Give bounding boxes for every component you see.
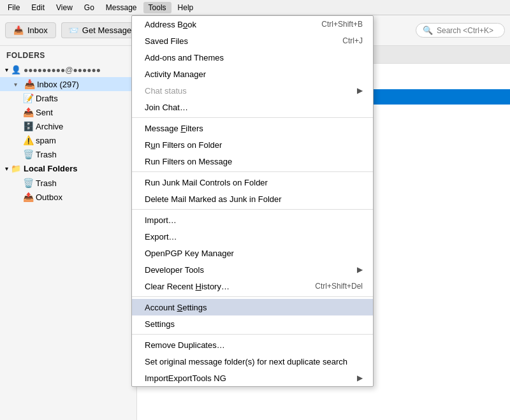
trash-folder[interactable]: 🗑️ Trash [0,147,136,161]
menu-delete-junk[interactable]: Delete Mail Marked as Junk in Folder [132,191,373,207]
account-icon: 👤 [11,65,21,75]
get-messages-button[interactable]: 📨 Get Messages [61,22,142,38]
sep-2 [132,171,373,172]
menu-account-settings[interactable]: Account Settings [132,299,373,315]
search-input[interactable] [437,26,500,35]
get-messages-icon: 📨 [68,25,78,35]
inbox-icon: 📥 [13,25,24,35]
menu-saved-files[interactable]: Saved Files Ctrl+J [132,33,373,49]
menubar: File Edit View Go Message Tools Help [0,0,510,15]
trash-icon: 🗑️ [23,149,33,159]
menu-import[interactable]: Import… [132,212,373,228]
menu-openpgp[interactable]: OpenPGP Key Manager [132,245,373,261]
menu-message[interactable]: Message [101,2,142,13]
local-folders-icon: 📁 [11,164,21,173]
drafts-icon: 📝 [23,93,33,103]
expand-icon: ▾ [5,66,8,73]
archive-icon: 🗄️ [23,121,33,131]
spam-label: spam [36,136,131,145]
archive-label: Archive [36,122,131,131]
tools-menu: Address Book Ctrl+Shift+B Saved Files Ct… [131,15,374,387]
menu-join-chat[interactable]: Join Chat… [132,99,373,115]
menu-message-filters[interactable]: Message Filters [132,120,373,136]
menu-view[interactable]: View [51,2,78,13]
sidebar: Folders ▾ 👤 ●●●●●●●●●@●●●●●● ▾ 📥 Inbox (… [0,46,137,420]
local-expand-icon: ▾ [5,165,8,172]
spam-folder[interactable]: ⚠️ spam [0,133,136,147]
menu-run-filters-message[interactable]: Run Filters on Message [132,153,373,170]
trash-label: Trash [36,150,131,159]
local-folders-row[interactable]: ▾ 📁 Local Folders [0,161,136,176]
inbox-button[interactable]: 📥 Inbox [5,22,56,38]
spam-icon: ⚠️ [23,135,33,145]
search-icon: 🔍 [423,25,433,35]
drafts-folder[interactable]: 📝 Drafts [0,91,136,105]
sent-folder[interactable]: 📤 Sent [0,105,136,119]
outbox-label: Outbox [36,192,131,202]
local-trash-folder[interactable]: 🗑️ Trash [0,176,136,190]
outbox-icon: 📤 [23,192,33,202]
inbox-expand: ▾ [14,81,22,88]
sep-3 [132,209,373,210]
menu-developer-tools[interactable]: Developer Tools ▶ [132,261,373,278]
menu-clear-history[interactable]: Clear Recent History… Ctrl+Shift+Del [132,278,373,294]
search-box: 🔍 [416,23,505,38]
get-messages-label: Get Messages [82,25,136,35]
account-row[interactable]: ▾ 👤 ●●●●●●●●●@●●●●●● [0,62,136,77]
menu-go[interactable]: Go [79,2,99,13]
menu-addons[interactable]: Add-ons and Themes [132,49,373,66]
menu-help[interactable]: Help [173,2,199,13]
menu-edit[interactable]: Edit [26,2,50,13]
menu-import-export-tools[interactable]: ImportExportTools NG ▶ [132,370,373,386]
menu-address-book[interactable]: Address Book Ctrl+Shift+B [132,16,373,33]
menu-tools[interactable]: Tools [143,2,171,13]
inbox-folder[interactable]: ▾ 📥 Inbox (297) [0,77,136,91]
inbox-label: Inbox [27,25,48,35]
menu-activity-manager[interactable]: Activity Manager [132,66,373,82]
sep-1 [132,117,373,118]
inbox-folder-icon: 📥 [24,79,34,89]
folders-header: Folders [0,46,136,62]
archive-folder[interactable]: 🗄️ Archive [0,119,136,133]
menu-run-junk[interactable]: Run Junk Mail Controls on Folder [132,174,373,191]
menu-set-original[interactable]: Set original message folder(s) for next … [132,353,373,370]
menu-file[interactable]: File [3,2,25,13]
sent-label: Sent [36,108,131,117]
menu-export[interactable]: Export… [132,228,373,245]
account-name: ●●●●●●●●●@●●●●●● [24,66,101,75]
menu-remove-duplicates[interactable]: Remove Duplicates… [132,337,373,353]
outbox-folder[interactable]: 📤 Outbox [0,190,136,204]
local-trash-label: Trash [36,178,131,188]
sent-icon: 📤 [23,107,33,117]
menu-settings[interactable]: Settings [132,315,373,332]
menu-chat-status[interactable]: Chat status ▶ [132,82,373,99]
drafts-label: Drafts [36,94,131,103]
menu-run-filters-folder[interactable]: Run Filters on Folder [132,136,373,153]
sep-4 [132,296,373,297]
inbox-folder-label: Inbox (297) [37,80,131,89]
local-trash-icon: 🗑️ [23,178,33,188]
local-folders-label: Local Folders [24,164,78,173]
sep-5 [132,334,373,335]
